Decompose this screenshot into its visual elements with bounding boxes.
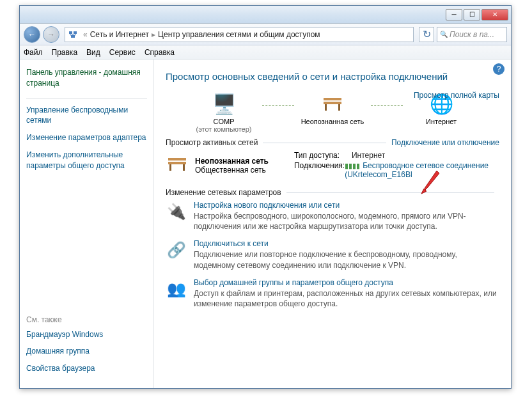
access-type-value: Интернет: [352, 151, 385, 160]
help-icon[interactable]: ?: [493, 63, 505, 75]
sidebar-link-firewall[interactable]: Брандмауэр Windows: [26, 329, 147, 340]
node-label: Интернет: [403, 118, 480, 125]
svg-rect-10: [183, 164, 185, 171]
section-header: Просмотр активных сетей Подключение или …: [166, 138, 499, 147]
sidebar: Панель управления - домашняя страница Уп…: [20, 59, 154, 388]
svg-rect-2: [71, 35, 75, 38]
close-button[interactable]: ✕: [481, 9, 508, 20]
task-new-connection: 🔌 Настройка нового подключения или сети …: [166, 201, 499, 231]
access-type-label: Тип доступа:: [294, 151, 352, 160]
connection-line: [371, 105, 403, 106]
divider: [26, 98, 147, 98]
active-network-info[interactable]: Неопознанная сеть Общественная сеть: [166, 151, 269, 180]
breadcrumb-sep: «: [81, 30, 90, 39]
node-label: Неопознанная сеть: [294, 118, 371, 125]
window: ─ ☐ ✕ ← → « Сеть и Интернет ▸ Центр упра…: [19, 5, 512, 389]
search-input[interactable]: Поиск в па...: [437, 27, 507, 42]
svg-rect-0: [69, 31, 72, 34]
breadcrumb-part[interactable]: Сеть и Интернет: [90, 30, 149, 39]
network-details: Тип доступа: Интернет Подключения: ▮▮▮▮Б…: [294, 151, 499, 180]
network-icon: [68, 29, 78, 40]
svg-rect-5: [325, 104, 327, 111]
chevron-right-icon: ▸: [149, 30, 158, 39]
divider: [263, 143, 386, 143]
see-also-label: См. также: [26, 315, 147, 324]
active-networks-title: Просмотр активных сетей: [166, 138, 258, 147]
node-unknown-network[interactable]: Неопознанная сеть: [294, 91, 371, 125]
maximize-button[interactable]: ☐: [464, 9, 480, 20]
sidebar-link-homegroup[interactable]: Домашняя группа: [26, 346, 147, 357]
menu-view[interactable]: Вид: [86, 48, 100, 57]
sidebar-link-adapter[interactable]: Изменение параметров адаптера: [26, 132, 147, 143]
bench-icon: [166, 154, 189, 178]
forward-button[interactable]: →: [43, 26, 59, 43]
control-panel-home-link[interactable]: Панель управления - домашняя страница: [26, 67, 147, 89]
task-link[interactable]: Настройка нового подключения или сети: [194, 201, 499, 210]
signal-icon: ▮▮▮▮: [345, 162, 360, 170]
menu-edit[interactable]: Правка: [52, 48, 78, 57]
task-connect: 🔗 Подключиться к сети Подключение или по…: [166, 239, 499, 270]
active-network: Неопознанная сеть Общественная сеть Тип …: [166, 151, 499, 180]
menu-service[interactable]: Сервис: [109, 48, 136, 57]
svg-rect-7: [168, 158, 186, 160]
svg-rect-4: [324, 102, 341, 104]
homegroup-icon: 👥: [166, 278, 187, 300]
sidebar-link-browser[interactable]: Свойства браузера: [26, 363, 147, 374]
back-button[interactable]: ←: [24, 26, 40, 43]
svg-rect-1: [74, 31, 77, 34]
change-settings-title: Изменение сетевых параметров: [166, 188, 281, 197]
connection-name: Беспроводное сетевое соединение (UKrtele…: [345, 161, 489, 179]
network-type: Общественная сеть: [195, 166, 266, 175]
spacer: [26, 178, 147, 315]
connect-disconnect-link[interactable]: Подключение или отключение: [391, 138, 499, 147]
full-map-link[interactable]: Просмотр полной карты: [414, 91, 499, 100]
navbar: ← → « Сеть и Интернет ▸ Центр управления…: [20, 24, 511, 45]
node-label: COMP: [185, 118, 262, 125]
menu-help[interactable]: Справка: [145, 48, 175, 57]
page-title: Просмотр основных сведений о сети и наст…: [166, 71, 499, 82]
task-desc: Подключение или повторное подключение к …: [194, 249, 499, 270]
task-link[interactable]: Подключиться к сети: [194, 239, 499, 248]
main-panel: ? Просмотр основных сведений о сети и на…: [154, 59, 511, 388]
menu-file[interactable]: Файл: [24, 48, 43, 57]
node-sublabel: (этот компьютер): [185, 125, 262, 133]
titlebar: ─ ☐ ✕: [20, 6, 511, 24]
sidebar-link-wireless[interactable]: Управление беспроводными сетями: [26, 105, 147, 127]
network-map: Просмотр полной карты 🖥️ COMP (этот комп…: [166, 91, 499, 133]
connection-link[interactable]: ▮▮▮▮Беспроводное сетевое соединение (UKr…: [345, 161, 499, 179]
new-connection-icon: 🔌: [166, 201, 187, 223]
section-header: Изменение сетевых параметров: [166, 188, 499, 197]
content: Панель управления - домашняя страница Уп…: [20, 59, 511, 388]
menubar: Файл Правка Вид Сервис Справка: [20, 45, 511, 59]
computer-icon: 🖥️: [185, 91, 262, 116]
bench-icon: [294, 91, 371, 116]
connect-icon: 🔗: [166, 239, 187, 261]
svg-rect-3: [324, 98, 341, 100]
svg-rect-8: [168, 162, 186, 164]
refresh-button[interactable]: ↻: [419, 27, 434, 42]
connection-line: [262, 105, 294, 106]
task-desc: Доступ к файлам и принтерам, расположенн…: [194, 288, 499, 309]
connections-label: Подключения:: [294, 161, 345, 179]
svg-rect-9: [169, 164, 171, 171]
task-homegroup: 👥 Выбор домашней группы и параметров общ…: [166, 278, 499, 309]
network-name: Неопознанная сеть: [195, 157, 269, 166]
task-desc: Настройка беспроводного, широкополосного…: [194, 211, 499, 231]
task-link[interactable]: Выбор домашней группы и параметров общег…: [194, 278, 499, 287]
svg-rect-6: [338, 104, 340, 111]
divider: [286, 192, 494, 193]
minimize-button[interactable]: ─: [446, 9, 462, 20]
breadcrumb[interactable]: « Сеть и Интернет ▸ Центр управления сет…: [65, 27, 414, 42]
sidebar-link-sharing[interactable]: Изменить дополнительные параметры общего…: [26, 150, 147, 171]
breadcrumb-part[interactable]: Центр управления сетями и общим доступом: [158, 30, 320, 39]
node-computer[interactable]: 🖥️ COMP (этот компьютер): [185, 91, 262, 133]
